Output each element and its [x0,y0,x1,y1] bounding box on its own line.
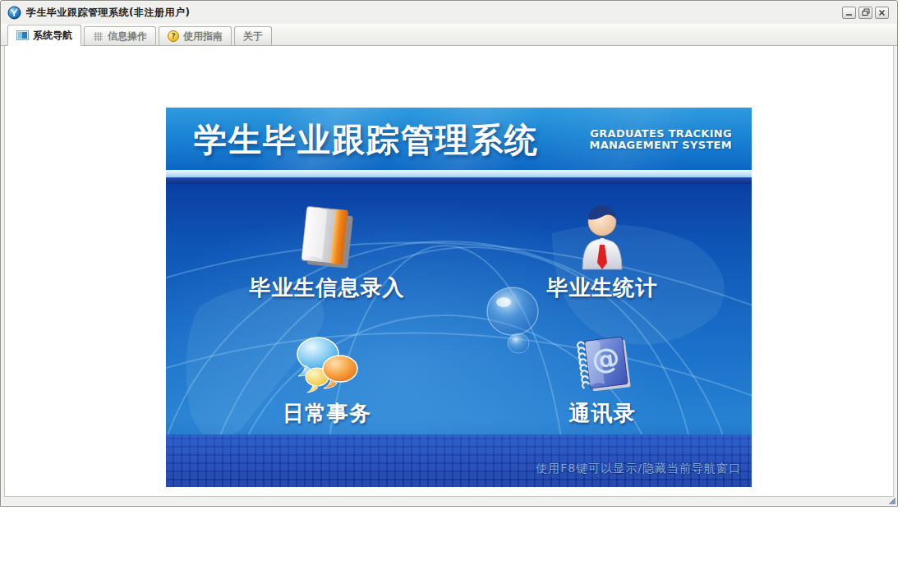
address-book-icon: @ [487,328,717,397]
businessman-icon [487,202,717,271]
globe-app-icon [7,6,21,20]
help-coin-icon: ? [168,30,179,42]
minimize-button[interactable] [842,7,856,19]
tab-label: 关于 [243,30,263,44]
orange-notebook-icon [212,202,442,271]
restore-icon [862,8,870,16]
window-title: 学生毕业跟踪管理系统(非注册用户) [26,6,190,20]
tab-info-operations[interactable]: 信息操作 [84,26,156,45]
navigation-banner: 学生毕业跟踪管理系统 GRADUATES TRACKING MANAGEMENT… [166,108,752,487]
banner-body: 毕业生信息录入 [166,184,752,487]
tab-label: 使用指南 [183,30,223,44]
at-glyph: @ [590,341,622,377]
title-bar: 学生毕业跟踪管理系统(非注册用户) [1,1,897,24]
close-icon [878,9,886,16]
banner-footer-strip [166,434,752,487]
grid-icon [93,31,104,42]
nav-item-graduate-info-entry[interactable]: 毕业生信息录入 [212,202,442,302]
nav-item-label: 毕业生信息录入 [212,273,442,302]
window-panel-icon [16,30,29,40]
tab-label: 系统导航 [33,29,72,43]
tab-system-navigation[interactable]: 系统导航 [7,25,81,46]
nav-item-address-book[interactable]: @ 通讯录 [487,328,717,428]
nav-item-label: 毕业生统计 [487,273,717,302]
banner-header: 学生毕业跟踪管理系统 GRADUATES TRACKING MANAGEMENT… [166,108,752,170]
chat-bubbles-icon [212,328,442,397]
nav-item-daily-affairs[interactable]: 日常事务 [212,328,442,428]
window-controls [842,7,890,19]
banner-divider [166,177,752,184]
question-glyph: ? [171,33,175,40]
tab-about[interactable]: 关于 [234,26,272,45]
resize-grip[interactable] [889,498,895,504]
banner-subtitle-line1: GRADUATES TRACKING [589,128,732,140]
app-window: 学生毕业跟踪管理系统(非注册用户) [0,0,898,507]
tab-bar: 系统导航 信息操作 ? 使用指南 关于 [1,24,897,46]
banner-subtitle: GRADUATES TRACKING MANAGEMENT SYSTEM [589,128,732,151]
minimize-icon [845,9,853,16]
nav-item-graduate-statistics[interactable]: 毕业生统计 [487,202,717,302]
nav-item-label: 日常事务 [212,399,442,428]
tab-user-guide[interactable]: ? 使用指南 [159,26,232,45]
banner-subtitle-line2: MANAGEMENT SYSTEM [589,140,732,151]
banner-light-band [166,170,752,177]
f8-hint-text: 使用F8键可以显示/隐藏当前导航窗口 [536,462,741,476]
banner-title: 学生毕业跟踪管理系统 [194,117,539,163]
tab-label: 信息操作 [108,30,147,44]
nav-item-label: 通讯录 [487,399,717,428]
restore-button[interactable] [858,7,872,19]
close-button[interactable] [875,7,889,19]
